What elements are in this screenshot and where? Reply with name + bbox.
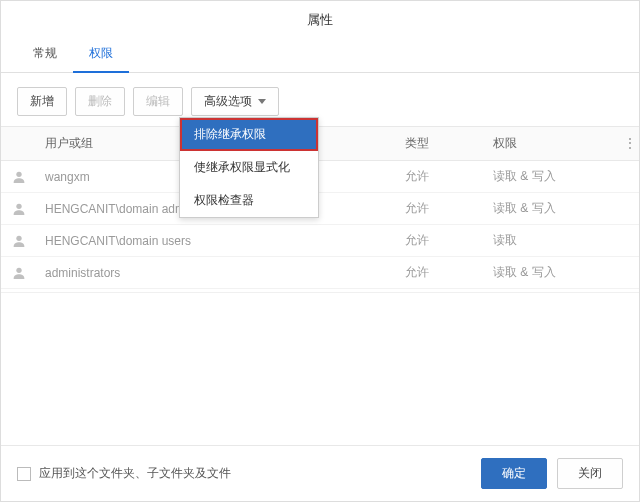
tab-bar: 常规 权限 bbox=[1, 37, 639, 73]
cell-perm: 读取 & 写入 bbox=[483, 193, 613, 224]
user-icon bbox=[11, 265, 27, 281]
footer-buttons: 确定 关闭 bbox=[481, 458, 623, 489]
user-icon bbox=[11, 233, 27, 249]
svg-point-0 bbox=[16, 171, 21, 176]
menu-item-make-explicit[interactable]: 使继承权限显式化 bbox=[180, 151, 318, 184]
toolbar: 新增 删除 编辑 高级选项 排除继承权限 使继承权限显式化 权限检查器 bbox=[1, 73, 639, 126]
table-row[interactable]: HENGCANIT\domain users 允许 读取 bbox=[1, 225, 639, 257]
menu-item-permission-checker[interactable]: 权限检查器 bbox=[180, 184, 318, 217]
edit-button[interactable]: 编辑 bbox=[133, 87, 183, 116]
menu-item-exclude-inherited[interactable]: 排除继承权限 bbox=[180, 118, 318, 151]
cell-name: administrators bbox=[35, 259, 395, 287]
col-checkbox bbox=[1, 127, 35, 160]
chevron-down-icon bbox=[258, 99, 266, 104]
cell-name: HENGCANIT\domain users bbox=[35, 227, 395, 255]
advanced-options-label: 高级选项 bbox=[204, 93, 252, 110]
user-icon bbox=[11, 201, 27, 217]
cell-type: 允许 bbox=[395, 161, 483, 192]
col-more[interactable]: ⋮ bbox=[613, 127, 639, 160]
user-icon bbox=[11, 169, 27, 185]
tab-permissions[interactable]: 权限 bbox=[73, 37, 129, 72]
cell-perm: 读取 & 写入 bbox=[483, 257, 613, 288]
dialog-title: 属性 bbox=[1, 1, 639, 37]
svg-point-2 bbox=[16, 235, 21, 240]
table-end bbox=[1, 289, 639, 293]
apply-children-label: 应用到这个文件夹、子文件夹及文件 bbox=[39, 465, 231, 482]
table-row[interactable]: administrators 允许 读取 & 写入 bbox=[1, 257, 639, 289]
col-type[interactable]: 类型 bbox=[395, 127, 483, 160]
permissions-table: 用户或组 类型 权限 ⋮ wangxm 允许 读取 & 写入 HENGCANIT… bbox=[1, 126, 639, 445]
cell-type: 允许 bbox=[395, 193, 483, 224]
apply-children-checkbox[interactable]: 应用到这个文件夹、子文件夹及文件 bbox=[17, 465, 231, 482]
checkbox-icon bbox=[17, 467, 31, 481]
properties-dialog: 属性 常规 权限 新增 删除 编辑 高级选项 排除继承权限 使继承权限显式化 权… bbox=[0, 0, 640, 502]
ok-button[interactable]: 确定 bbox=[481, 458, 547, 489]
close-button[interactable]: 关闭 bbox=[557, 458, 623, 489]
cell-perm: 读取 & 写入 bbox=[483, 161, 613, 192]
cell-perm: 读取 bbox=[483, 225, 613, 256]
more-icon: ⋮ bbox=[623, 135, 636, 151]
advanced-options-menu: 排除继承权限 使继承权限显式化 权限检查器 bbox=[179, 117, 319, 218]
tab-general[interactable]: 常规 bbox=[17, 37, 73, 72]
dialog-footer: 应用到这个文件夹、子文件夹及文件 确定 关闭 bbox=[1, 445, 639, 501]
table-row[interactable]: wangxm 允许 读取 & 写入 bbox=[1, 161, 639, 193]
add-button[interactable]: 新增 bbox=[17, 87, 67, 116]
delete-button[interactable]: 删除 bbox=[75, 87, 125, 116]
cell-type: 允许 bbox=[395, 225, 483, 256]
col-perm[interactable]: 权限 bbox=[483, 127, 613, 160]
advanced-options-button[interactable]: 高级选项 bbox=[191, 87, 279, 116]
table-header: 用户或组 类型 权限 ⋮ bbox=[1, 126, 639, 161]
table-row[interactable]: HENGCANIT\domain admins 允许 读取 & 写入 bbox=[1, 193, 639, 225]
svg-point-1 bbox=[16, 203, 21, 208]
svg-point-3 bbox=[16, 267, 21, 272]
cell-type: 允许 bbox=[395, 257, 483, 288]
